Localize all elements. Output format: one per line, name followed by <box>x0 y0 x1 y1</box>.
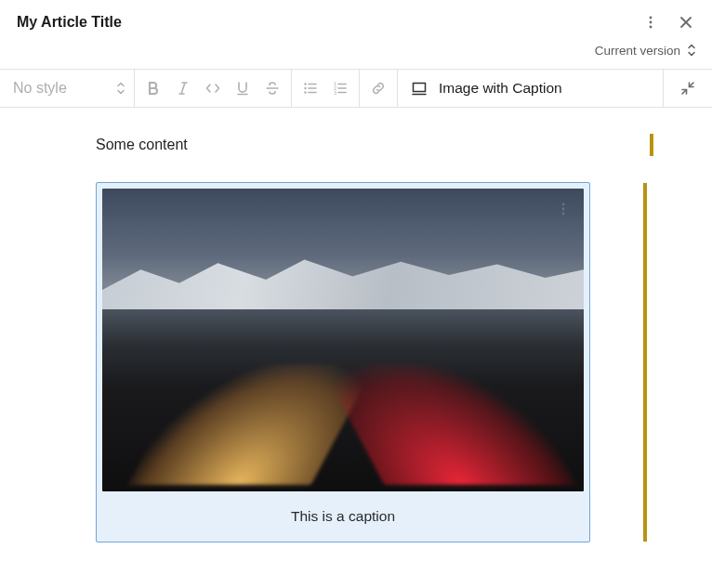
svg-point-11 <box>562 208 565 211</box>
italic-button[interactable] <box>168 73 198 103</box>
text-content: Some content <box>96 134 638 156</box>
numbered-list-icon: 123 <box>332 80 349 97</box>
block-type-indicator[interactable]: Image with Caption <box>398 70 664 107</box>
more-vertical-icon <box>643 15 658 30</box>
chevron-sort-icon <box>686 43 697 58</box>
collapse-icon <box>680 81 695 96</box>
italic-icon <box>175 80 191 97</box>
chevron-sort-icon <box>115 81 126 96</box>
header-actions <box>636 7 701 37</box>
collapse-button[interactable] <box>673 73 703 103</box>
strikethrough-button[interactable] <box>257 73 287 103</box>
bold-icon <box>145 80 162 97</box>
image-with-caption-block[interactable]: This is a caption <box>96 182 590 542</box>
svg-point-10 <box>562 203 565 206</box>
version-label: Current version <box>595 44 680 58</box>
svg-text:3: 3 <box>334 90 336 96</box>
svg-point-12 <box>562 213 565 216</box>
image-content[interactable] <box>102 189 584 491</box>
format-group <box>135 70 292 107</box>
bold-button[interactable] <box>138 73 168 103</box>
image-caption[interactable]: This is a caption <box>102 491 584 536</box>
block-type-label: Image with Caption <box>439 80 562 97</box>
svg-rect-9 <box>414 84 426 92</box>
svg-point-2 <box>650 26 653 29</box>
bullet-list-button[interactable] <box>296 73 325 103</box>
link-icon <box>370 80 387 97</box>
text-block[interactable]: Some content <box>96 134 649 156</box>
svg-point-1 <box>650 21 653 24</box>
link-button[interactable] <box>363 73 393 103</box>
close-icon <box>679 15 693 30</box>
more-vertical-icon <box>556 202 571 216</box>
svg-point-3 <box>304 83 306 85</box>
svg-point-5 <box>304 91 306 93</box>
content-area: Some content This is a caption <box>0 108 712 561</box>
underline-icon <box>234 80 251 97</box>
image-block-icon <box>411 80 428 97</box>
version-select[interactable]: Current version <box>593 41 699 59</box>
toolbar: No style 123 Image w <box>0 69 712 108</box>
diff-indicator <box>650 134 653 156</box>
style-label: No style <box>13 80 67 97</box>
image-scenery <box>102 243 584 310</box>
image-block-wrapper: This is a caption <box>96 182 649 542</box>
list-group: 123 <box>292 70 360 107</box>
strikethrough-icon <box>264 80 281 97</box>
more-options-button[interactable] <box>636 7 666 37</box>
svg-point-0 <box>650 17 653 20</box>
code-button[interactable] <box>198 73 228 103</box>
collapse-section <box>664 70 712 107</box>
bullet-list-icon <box>302 80 319 97</box>
close-button[interactable] <box>671 7 701 37</box>
image-options-button[interactable] <box>548 194 578 224</box>
underline-button[interactable] <box>228 73 257 103</box>
svg-point-4 <box>304 87 306 89</box>
link-group <box>360 70 398 107</box>
version-row: Current version <box>0 37 712 69</box>
diff-indicator <box>643 183 647 542</box>
numbered-list-button[interactable]: 123 <box>325 73 355 103</box>
code-icon <box>204 80 221 97</box>
style-group: No style <box>0 70 135 107</box>
editor-header: My Article Title <box>0 0 712 37</box>
article-title: My Article Title <box>17 14 122 31</box>
text-style-select[interactable]: No style <box>0 70 134 107</box>
